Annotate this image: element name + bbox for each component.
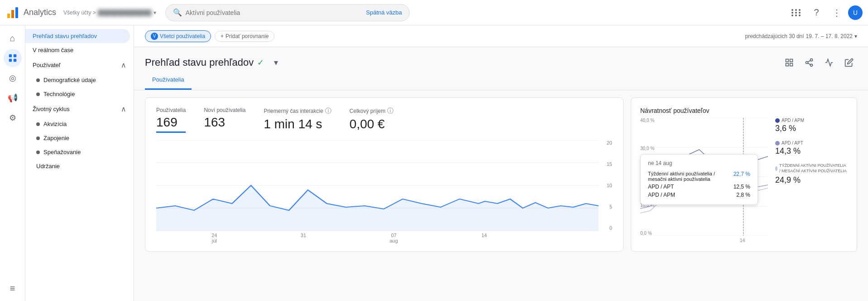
legend-value-1: 14,3 %	[775, 146, 848, 156]
sidebar-icon-configure[interactable]: ⚙	[4, 109, 22, 127]
tooltip-label-0: APD / APT	[648, 184, 674, 190]
help-button[interactable]: ?	[808, 5, 825, 21]
account-label: Všetky účty >	[63, 10, 96, 16]
retention-chart: 40,0 % 30,0 % 20,0 % 10,0 % 0,0 % 14 ne …	[640, 118, 768, 236]
tooltip-row-1: APD / APM 2,8 %	[648, 191, 750, 199]
tooltip-main-title: Týždenní aktívni používatelia / mesačni …	[648, 171, 729, 182]
sidebar-icon-reports[interactable]	[4, 49, 22, 67]
nav-acquisition-label: Akvizícia	[43, 121, 67, 127]
customize-report-button[interactable]	[781, 54, 797, 71]
account-name: ██████████████	[98, 10, 152, 16]
bullet-icon	[36, 122, 40, 126]
all-users-filter[interactable]: V Všetci používatelia	[145, 30, 211, 42]
avatar-initial: U	[853, 9, 858, 16]
sidebar-icon-list[interactable]: ≡	[4, 279, 22, 297]
more-button[interactable]: ⋮	[828, 5, 844, 21]
main-metric-card: Používatelia 169 Noví používatelia 163 P…	[145, 97, 623, 252]
legend-label-1: APD / APT	[782, 141, 803, 146]
share-button[interactable]	[801, 54, 817, 71]
account-selector[interactable]: Všetky účty > ██████████████ ▾	[63, 10, 156, 16]
date-range-selector[interactable]: predchádzajúcich 30 dní 19. 7. – 17. 8. …	[745, 33, 857, 39]
search-bar[interactable]: 🔍 Spätná väzba	[165, 4, 410, 21]
date-range-value: 19. 7. – 17. 8. 2022	[806, 33, 853, 39]
svg-rect-7	[786, 59, 789, 62]
sidebar-icon-explore[interactable]: ◎	[4, 69, 22, 87]
legend-item-0: APD / APM 3,6 %	[775, 118, 848, 133]
grid-icon	[791, 9, 801, 16]
search-input[interactable]	[186, 9, 362, 16]
nav-retention-label: Udržanie	[36, 163, 60, 170]
tooltip-main-row: Týždenní aktívni používatelia / mesačni …	[648, 170, 750, 183]
page-header: Prehľad stavu prehľadov ✓ ▾	[134, 47, 868, 71]
nav-item-demographics[interactable]: Demografické údaje	[29, 73, 130, 87]
feedback-link[interactable]: Spätná väzba	[366, 9, 402, 16]
cards-area: Používatelia 169 Noví používatelia 163 P…	[134, 90, 868, 259]
info-icon-revenue: ⓘ	[387, 107, 393, 115]
metric-users-value: 169	[156, 115, 186, 130]
svg-rect-4	[13, 54, 16, 57]
topbar-right: ? ⋮ U	[788, 5, 863, 21]
legend-label-2: TÝŽDENNÍ AKTÍVNI POUŽÍVATELIA / MESAČNÍ …	[779, 163, 848, 174]
nav-demographics-label: Demografické údaje	[43, 77, 96, 83]
legend-label-0: APD / APM	[782, 118, 804, 123]
metric-new-users: Noví používatelia 163	[204, 107, 245, 133]
app-title: Analytics	[24, 8, 56, 17]
metric-avg-time-value: 1 min 14 s	[264, 117, 331, 131]
nav-item-engagement[interactable]: Zapojenie	[29, 131, 130, 145]
topbar: Analytics Všetky účty > ██████████████ ▾…	[0, 0, 868, 25]
search-icon: 🔍	[173, 8, 182, 17]
chart-wrapper	[156, 140, 599, 231]
home-icon: ⌂	[10, 33, 15, 44]
tab-users-label: Používatelia	[152, 76, 184, 83]
nav-section-lifecycle[interactable]: Životný cyklus ∧	[25, 101, 134, 117]
main-layout: ⌂ ◎ 📢 ⚙ ≡ Prehľad stavu prehľadov	[0, 25, 868, 301]
svg-rect-1	[11, 10, 14, 18]
list-icon: ≡	[10, 283, 15, 294]
nav-item-realtime[interactable]: V reálnom čase	[25, 43, 130, 57]
sidebar-icon-home[interactable]: ⌂	[4, 29, 22, 47]
metric-users: Používatelia 169	[156, 107, 186, 133]
svg-rect-9	[786, 63, 789, 66]
edit-button[interactable]	[841, 54, 857, 71]
svg-rect-5	[9, 59, 11, 62]
nav-lifecycle-chevron: ∧	[121, 105, 126, 113]
nav-item-monetization[interactable]: Speňažovanie	[29, 145, 130, 159]
configure-icon: ⚙	[9, 113, 16, 123]
bullet-icon	[36, 136, 40, 140]
insights-button[interactable]	[821, 54, 837, 71]
svg-line-15	[808, 60, 810, 62]
nav-item-technology[interactable]: Technológie	[29, 87, 130, 101]
tooltip-label-1: APD / APM	[648, 192, 675, 198]
svg-rect-10	[790, 63, 793, 66]
retention-card: Návratnosť používateľov	[631, 97, 857, 252]
icon-sidebar: ⌂ ◎ 📢 ⚙ ≡	[0, 25, 25, 301]
nav-user-label: Používateľ	[33, 62, 61, 68]
apps-button[interactable]	[788, 5, 805, 21]
advertising-icon: 📢	[8, 93, 18, 103]
tabs-bar: Používatelia	[134, 71, 868, 90]
account-chevron: ▾	[153, 10, 156, 16]
nav-item-retention[interactable]: Udržanie	[29, 159, 130, 173]
sidebar-icon-advertising[interactable]: 📢	[4, 89, 22, 107]
line-chart	[156, 140, 599, 231]
filter-label: Všetci používatelia	[160, 33, 205, 39]
user-avatar[interactable]: U	[848, 5, 863, 20]
retention-legend: APD / APM 3,6 % APD / APT 14,3 %	[775, 118, 848, 236]
svg-point-13	[810, 64, 813, 66]
status-check-icon: ✓	[257, 58, 264, 68]
svg-rect-6	[13, 59, 16, 62]
tab-users[interactable]: Používatelia	[145, 71, 192, 90]
page-title-text: Prehľad stavu prehľadov	[145, 57, 254, 68]
legend-dot-2	[775, 166, 777, 171]
tooltip-row-0: APD / APT 12,5 %	[648, 183, 750, 191]
svg-point-11	[810, 59, 813, 61]
retention-title: Návratnosť používateľov	[640, 107, 848, 114]
page-title-actions	[781, 54, 857, 71]
page-title-dropdown-button[interactable]: ▾	[268, 54, 284, 71]
nav-item-acquisition[interactable]: Akvizícia	[29, 117, 130, 131]
dropdown-icon: ▾	[274, 58, 278, 68]
nav-section-user[interactable]: Používateľ ∧	[25, 57, 134, 73]
bullet-icon	[36, 92, 40, 96]
add-comparison-button[interactable]: + Pridať porovnanie	[215, 31, 274, 42]
nav-item-overview[interactable]: Prehľad stavu prehľadov	[25, 29, 130, 43]
